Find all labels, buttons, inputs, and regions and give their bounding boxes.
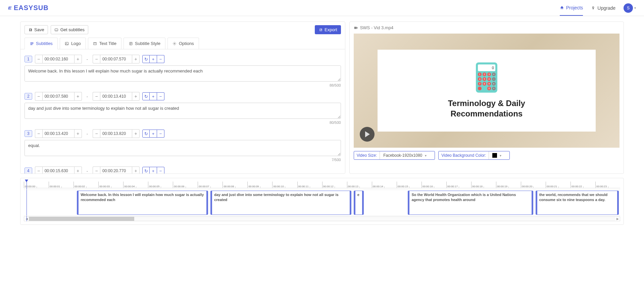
logo-icon bbox=[8, 6, 12, 10]
timeline-ruler[interactable]: 00:00:0000:00:0100:00:0200:00:0300:00:04… bbox=[24, 182, 620, 188]
get-subtitles-button[interactable]: Get subtitles bbox=[51, 25, 88, 34]
timeline-track[interactable]: Welcome back. In this lesson I will expl… bbox=[24, 190, 620, 216]
scroll-thumb[interactable] bbox=[29, 217, 134, 221]
video-size-select[interactable]: Facebook-1920x1080 ▾ bbox=[380, 151, 435, 159]
subtitle-textarea[interactable]: day and just dive into some terminology … bbox=[24, 103, 341, 119]
time-separator: - bbox=[85, 57, 90, 62]
end-time-input[interactable] bbox=[100, 166, 132, 174]
increment-start-button[interactable]: + bbox=[75, 55, 82, 63]
remove-subtitle-button[interactable]: − bbox=[157, 55, 164, 63]
subtitle-item: 2 − + - − + ↻ + − day and just dive into… bbox=[24, 92, 341, 125]
add-subtitle-button[interactable]: + bbox=[150, 92, 157, 100]
increment-end-button[interactable]: + bbox=[132, 92, 140, 101]
add-subtitle-button[interactable]: + bbox=[150, 55, 157, 63]
video-preview[interactable]: 0 123+ 456− 789× 0= Terminology & Daily … bbox=[354, 34, 620, 148]
timeline-scrollbar[interactable]: ◀ ▶ bbox=[24, 216, 620, 221]
svg-point-0 bbox=[593, 6, 594, 8]
editor-panel: Save Get subtitles Export bbox=[20, 21, 345, 174]
start-time-input[interactable] bbox=[42, 166, 75, 174]
timeline-clip[interactable]: e bbox=[354, 191, 364, 215]
video-slide: 0 123+ 456− 789× 0= Terminology & Daily … bbox=[378, 50, 596, 132]
ruler-tick: 00:00:11 bbox=[297, 182, 322, 188]
ruler-tick: 00:00:21 bbox=[546, 182, 571, 188]
subtitle-actions: ↻ + − bbox=[142, 130, 164, 138]
top-panels: Save Get subtitles Export bbox=[20, 21, 624, 174]
logo[interactable]: EASYSUB bbox=[8, 4, 49, 12]
tab-logo[interactable]: Logo bbox=[60, 38, 86, 49]
remove-subtitle-button[interactable]: − bbox=[157, 167, 164, 174]
end-time-input[interactable] bbox=[100, 55, 132, 63]
tab-options[interactable]: Options bbox=[167, 38, 199, 49]
decrement-start-button[interactable]: − bbox=[35, 166, 42, 174]
play-button[interactable] bbox=[360, 127, 375, 142]
end-time-input[interactable] bbox=[100, 92, 132, 101]
end-time-group: − + bbox=[93, 92, 140, 101]
ruler-tick: 00:00:14 bbox=[372, 182, 397, 188]
tab-subtitles[interactable]: Subtitles bbox=[24, 38, 58, 49]
subtitle-number: 3 bbox=[24, 130, 32, 137]
top-header: EASYSUB Projects Upgrade S ▾ bbox=[0, 0, 644, 16]
increment-start-button[interactable]: + bbox=[75, 166, 82, 174]
chevron-down-icon: ▾ bbox=[634, 6, 636, 10]
decrement-start-button[interactable]: − bbox=[35, 129, 42, 138]
add-subtitle-button[interactable]: + bbox=[150, 130, 157, 138]
timeline-clip[interactable]: day and just dive into some terminology … bbox=[210, 191, 351, 215]
upgrade-icon bbox=[591, 6, 595, 10]
subtitle-head: 4 − + - − + ↻ + − bbox=[24, 166, 341, 174]
increment-start-button[interactable]: + bbox=[75, 129, 82, 138]
replay-button[interactable]: ↻ bbox=[142, 167, 150, 174]
image-icon bbox=[65, 41, 69, 46]
start-time-input[interactable] bbox=[42, 55, 75, 63]
scroll-track[interactable] bbox=[29, 217, 615, 221]
editor-tabs: Subtitles Logo Text Title Subtitle Style… bbox=[20, 38, 345, 49]
export-button[interactable]: Export bbox=[315, 25, 341, 34]
video-bg-control: Video Background Color: ▾ bbox=[438, 151, 510, 160]
timeline-clip[interactable]: Welcome back. In this lesson I will expl… bbox=[77, 191, 208, 215]
timeline-clip[interactable]: the world, recommends that we should con… bbox=[536, 191, 619, 215]
remove-subtitle-button[interactable]: − bbox=[157, 92, 164, 100]
nav-projects[interactable]: Projects bbox=[560, 5, 583, 16]
subtitle-textarea[interactable]: equal. bbox=[24, 140, 341, 156]
remove-subtitle-button[interactable]: − bbox=[157, 130, 164, 138]
replay-button[interactable]: ↻ bbox=[142, 55, 150, 63]
replay-button[interactable]: ↻ bbox=[142, 92, 150, 100]
start-time-input[interactable] bbox=[42, 92, 75, 101]
decrement-start-button[interactable]: − bbox=[35, 55, 42, 63]
video-controls: Video Size: Facebook-1920x1080 ▾ Video B… bbox=[354, 151, 620, 160]
char-count: 88/500 bbox=[24, 83, 341, 87]
timeline-clip[interactable]: So the World Health Organization which i… bbox=[408, 191, 533, 215]
subtitle-head: 1 − + - − + ↻ + − bbox=[24, 55, 341, 63]
ruler-tick: 00:00:00 bbox=[24, 182, 49, 188]
decrement-end-button[interactable]: − bbox=[93, 166, 100, 174]
increment-end-button[interactable]: + bbox=[132, 129, 140, 138]
decrement-end-button[interactable]: − bbox=[93, 55, 100, 63]
end-time-input[interactable] bbox=[100, 129, 132, 138]
decrement-start-button[interactable]: − bbox=[35, 92, 42, 101]
start-time-input[interactable] bbox=[42, 129, 75, 138]
ruler-tick: 00:00:01 bbox=[49, 182, 73, 188]
ruler-tick: 00:00:09 bbox=[247, 182, 272, 188]
list-icon bbox=[30, 41, 34, 46]
user-menu[interactable]: S ▾ bbox=[624, 3, 636, 13]
increment-end-button[interactable]: + bbox=[132, 55, 140, 63]
nav-upgrade[interactable]: Upgrade bbox=[591, 5, 615, 15]
end-time-group: − + bbox=[93, 129, 140, 138]
decrement-end-button[interactable]: − bbox=[93, 129, 100, 138]
add-subtitle-button[interactable]: + bbox=[150, 167, 157, 174]
scroll-right-button[interactable]: ▶ bbox=[615, 217, 620, 221]
tab-subtitle-style[interactable]: Subtitle Style bbox=[123, 38, 165, 49]
increment-end-button[interactable]: + bbox=[132, 166, 140, 174]
subtitle-textarea[interactable]: Welcome back. In this lesson I will expl… bbox=[24, 65, 341, 82]
save-button[interactable]: Save bbox=[24, 25, 48, 34]
main-content: Save Get subtitles Export bbox=[0, 16, 644, 230]
video-bg-select[interactable]: ▾ bbox=[489, 151, 509, 159]
svg-rect-3 bbox=[57, 30, 58, 30]
subtitle-list[interactable]: 1 − + - − + ↻ + − Welcome back. In this … bbox=[20, 49, 345, 174]
tab-text-title[interactable]: Text Title bbox=[88, 38, 121, 49]
ruler-tick: 00:00:07 bbox=[198, 182, 222, 188]
replay-button[interactable]: ↻ bbox=[142, 130, 150, 138]
decrement-end-button[interactable]: − bbox=[93, 92, 100, 101]
increment-start-button[interactable]: + bbox=[75, 92, 82, 101]
text-icon bbox=[93, 41, 97, 46]
subtitle-item: 4 − + - − + ↻ + − So the World Health Or… bbox=[24, 166, 341, 174]
